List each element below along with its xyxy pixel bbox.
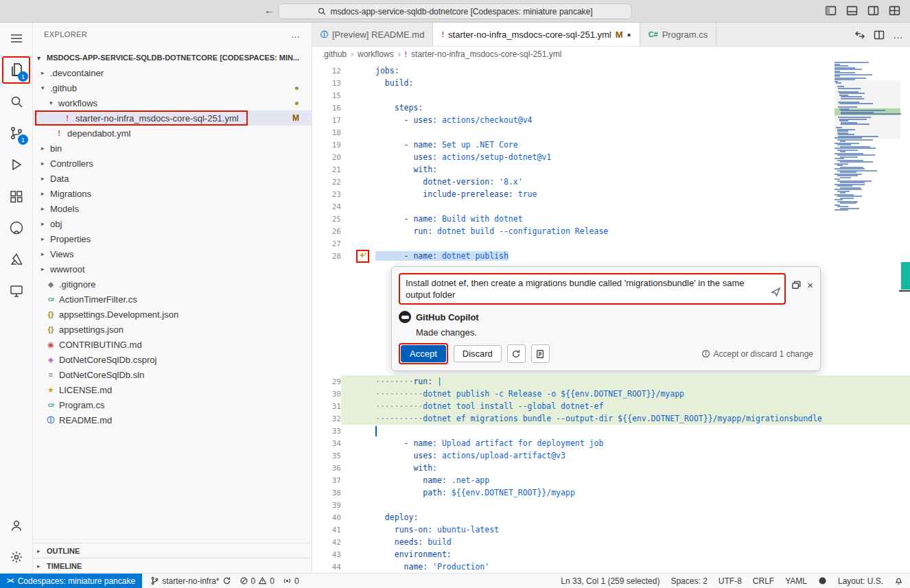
code-editor[interactable]: 12jobs:13 build:1516 steps:17 - uses: ac… — [312, 62, 910, 573]
chat-view-icon[interactable] — [791, 280, 802, 292]
source-control-icon[interactable]: 1 — [0, 117, 32, 149]
tree-folder--devcontainer[interactable]: ▸.devcontainer — [33, 65, 312, 80]
code-line[interactable]: 33 — [312, 425, 910, 437]
tree-file-appsettings-development-json[interactable]: {}appsettings.Development.json — [33, 307, 312, 322]
minimap[interactable] — [835, 62, 900, 233]
tree-folder-views[interactable]: ▸Views — [33, 246, 312, 261]
code-line[interactable]: 22 dotnet-version: '8.x' — [312, 176, 910, 188]
minimap-viewport[interactable] — [835, 80, 900, 139]
tree-file-dotnetcoresqldb-sln[interactable]: ≡DotNetCoreSqlDb.sln — [33, 367, 312, 382]
tree-file-dotnetcoresqldb-csproj[interactable]: ◈DotNetCoreSqlDb.csproj — [33, 352, 312, 367]
tab-program-cs[interactable]: C#Program.cs — [640, 23, 717, 46]
code-line[interactable]: 24 — [312, 200, 910, 213]
tree-file-dependabot-yml[interactable]: !dependabot.yml — [33, 126, 312, 141]
tree-file-starter-no-infra-msdocs-core-sql-251-yml[interactable]: !starter-no-infra_msdocs-core-sql-251.ym… — [33, 110, 312, 126]
code-line[interactable]: 42 needs: build — [312, 536, 910, 548]
code-line[interactable]: 34 - name: Upload artifact for deploymen… — [312, 437, 910, 449]
copilot-sparkle-icon[interactable] — [356, 250, 369, 263]
close-icon[interactable]: × — [807, 280, 813, 290]
code-line[interactable]: 23 include-prerelease: true — [312, 188, 910, 200]
toggle-secondary-sidebar-icon[interactable] — [867, 5, 879, 16]
breadcrumb-item[interactable]: starter-no-infra_msdocs-core-sql-251.yml — [411, 49, 561, 59]
send-icon[interactable] — [771, 287, 781, 300]
code-line[interactable]: 38 path: ${{env.DOTNET_ROOT}}/myapp — [312, 486, 910, 499]
outline-section[interactable]: ▸ OUTLINE — [33, 543, 312, 558]
tab--preview-readme-md[interactable]: ⓘ[Preview] README.md — [312, 23, 433, 46]
tab-starter-no-infra-msdocs-core-sql-251-yml[interactable]: !starter-no-infra_msdocs-core-sql-251.ym… — [433, 23, 640, 46]
breadcrumb-item[interactable]: workflows — [358, 49, 394, 59]
code-line[interactable]: 30··········dotnet publish -c Release -o… — [312, 388, 910, 400]
code-line[interactable]: 16 steps: — [312, 102, 910, 114]
more-actions-icon[interactable]: … — [893, 29, 903, 40]
code-line[interactable]: 29········run: | — [312, 375, 910, 388]
open-changes-icon[interactable] — [854, 30, 865, 40]
encoding-indicator[interactable]: UTF-8 — [719, 576, 742, 586]
github-icon[interactable] — [0, 212, 32, 244]
command-center-search[interactable]: msdocs-app-service-sqldb-dotnetcore [Cod… — [279, 3, 632, 19]
code-line[interactable]: 20 uses: actions/setup-dotnet@v1 — [312, 151, 910, 163]
code-line[interactable]: 21 with: — [312, 163, 910, 176]
dirty-dot-icon[interactable]: ● — [627, 31, 631, 38]
code-line[interactable]: 40 deploy: — [312, 511, 910, 524]
remote-explorer-icon[interactable] — [0, 275, 32, 307]
code-line[interactable]: 43 environment: — [312, 548, 910, 561]
explorer-root-folder[interactable]: ▾ MSDOCS-APP-SERVICE-SQLDB-DOTNETCORE [C… — [33, 50, 312, 65]
code-line[interactable]: 13 build: — [312, 77, 910, 89]
keyboard-layout-indicator[interactable]: Layout: U.S. — [838, 576, 883, 586]
tree-folder-obj[interactable]: ▸obj — [33, 216, 312, 231]
settings-icon[interactable] — [0, 541, 32, 573]
code-line[interactable]: 37 name: .net-app — [312, 474, 910, 486]
github-indicator[interactable] — [818, 576, 827, 585]
extensions-icon[interactable] — [0, 180, 32, 212]
indentation-indicator[interactable]: Spaces: 2 — [670, 576, 707, 586]
code-line[interactable]: 15 — [312, 89, 910, 102]
run-debug-icon[interactable] — [0, 149, 32, 180]
copilot-prompt-input[interactable]: Install dotnet ef, then create a migrati… — [399, 273, 786, 305]
code-line[interactable]: 41 runs-on: ubuntu-latest — [312, 524, 910, 536]
account-icon[interactable] — [0, 510, 32, 541]
explorer-icon[interactable]: 1 — [0, 54, 32, 86]
branch-indicator[interactable]: starter-no-infra* — [150, 576, 231, 586]
rerun-icon[interactable] — [507, 344, 526, 363]
explorer-more-actions-icon[interactable]: … — [291, 29, 301, 40]
code-line[interactable]: 18 — [312, 126, 910, 139]
code-line[interactable]: 36 with: — [312, 462, 910, 474]
discard-button[interactable]: Discard — [454, 345, 502, 362]
code-line[interactable]: 26 run: dotnet build --configuration Rel… — [312, 225, 910, 237]
code-line[interactable]: 12jobs: — [312, 64, 910, 77]
tree-file-appsettings-json[interactable]: {}appsettings.json — [33, 322, 312, 337]
problems-indicator[interactable]: 0 0 — [240, 576, 275, 586]
code-line[interactable]: 32··········dotnet ef migrations bundle … — [312, 412, 910, 425]
eol-indicator[interactable]: CRLF — [753, 576, 774, 586]
azure-icon[interactable] — [0, 244, 32, 275]
toggle-changes-icon[interactable] — [531, 344, 550, 363]
code-line[interactable]: 35 uses: actions/upload-artifact@v3 — [312, 449, 910, 462]
code-line[interactable]: 17 - uses: actions/checkout@v4 — [312, 114, 910, 126]
code-line[interactable]: 28 - name: dotnet publish — [312, 250, 910, 262]
tree-folder-properties[interactable]: ▸Properties — [33, 231, 312, 246]
tree-file-program-cs[interactable]: C#Program.cs — [33, 397, 312, 412]
code-line[interactable]: 19 - name: Set up .NET Core — [312, 139, 910, 151]
tree-folder-bin[interactable]: ▸bin — [33, 141, 312, 156]
accept-button[interactable]: Accept — [401, 345, 446, 362]
customize-layout-icon[interactable] — [889, 5, 900, 16]
tree-folder-data[interactable]: ▸Data — [33, 171, 312, 186]
code-line[interactable]: 25 - name: Build with dotnet — [312, 213, 910, 225]
ports-indicator[interactable]: 0 — [283, 576, 299, 586]
remote-indicator[interactable]: >< Codespaces: miniature pancake — [0, 574, 142, 588]
cursor-position[interactable]: Ln 33, Col 1 (259 selected) — [561, 576, 660, 586]
tree-folder-workflows[interactable]: ▾workflows● — [33, 95, 312, 110]
back-icon[interactable]: ← — [264, 4, 275, 16]
tree-file-license-md[interactable]: ★LICENSE.md — [33, 382, 312, 397]
tree-folder-migrations[interactable]: ▸Migrations — [33, 186, 312, 201]
breadcrumb-item[interactable]: .github — [322, 49, 347, 59]
tree-folder-wwwroot[interactable]: ▸wwwroot — [33, 261, 312, 277]
code-line[interactable]: 31··········dotnet tool install --global… — [312, 400, 910, 412]
search-icon[interactable] — [0, 86, 32, 117]
tree-file-actiontimerfilter-cs[interactable]: C#ActionTimerFilter.cs — [33, 292, 312, 307]
menu-icon[interactable] — [0, 23, 32, 54]
tree-file-readme-md[interactable]: ⓘREADME.md — [33, 412, 312, 427]
code-line[interactable]: 44 name: 'Production' — [312, 561, 910, 573]
tree-folder-models[interactable]: ▸Models — [33, 201, 312, 216]
code-line[interactable]: 39 — [312, 499, 910, 511]
